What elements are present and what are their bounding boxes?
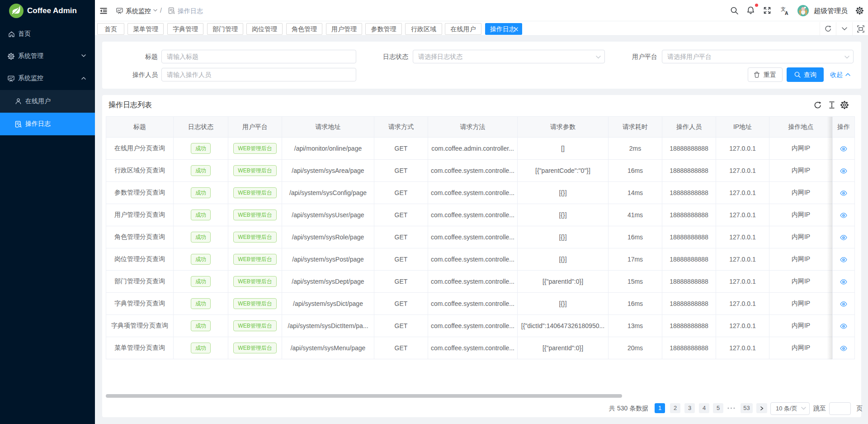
svg-text:A: A	[785, 10, 788, 15]
